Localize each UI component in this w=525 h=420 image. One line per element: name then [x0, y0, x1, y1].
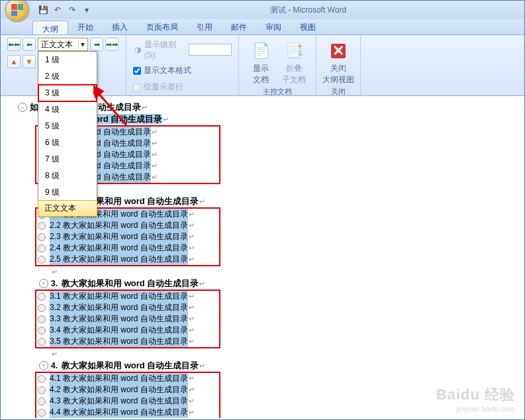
tab-视图[interactable]: 视图 [291, 19, 325, 34]
outline-text: 2.2 教大家如果和用 word 自动生成目录 [50, 220, 188, 231]
outline-text: 3.4 教大家如果和用 word 自动生成目录 [50, 325, 188, 336]
pilcrow-icon: ↵ [199, 197, 205, 206]
outline-row[interactable]: ↵ [51, 348, 520, 360]
ribbon: ⬅⬅ ⬅ 正文文本 ▾ 1 级2 级3 级4 级5 级6 级7 级8 级9 级正… [1, 35, 524, 96]
outline-row[interactable]: 3.教大家如果和用 word 自动生成目录↵ [39, 278, 520, 289]
save-icon[interactable]: 💾 [38, 5, 48, 15]
level-option[interactable]: 正文文本 [38, 200, 97, 217]
bullet-icon [38, 315, 46, 323]
outline-handle[interactable] [18, 103, 27, 112]
outline-text: 3.5 教大家如果和用 word 自动生成目录 [50, 336, 188, 347]
outline-text: 2.5 教大家如果和用 word 自动生成目录 [50, 254, 188, 265]
annotation-box: 4.1 教大家如果和用 word 自动生成目录↵4.2 教大家如果和用 word… [35, 372, 220, 418]
bullet-icon [38, 338, 46, 346]
bullet-icon [38, 256, 46, 264]
collapse-subdoc-icon: 📑 [283, 40, 305, 62]
pilcrow-icon: ↵ [199, 280, 205, 288]
tab-插入[interactable]: 插入 [103, 19, 137, 34]
outline-row[interactable]: ↵ [51, 184, 520, 195]
pilcrow-icon: ↵ [199, 362, 205, 370]
bullet-icon [38, 327, 46, 335]
level-option[interactable]: 3 级 [38, 85, 97, 101]
tab-开始[interactable]: 开始 [68, 19, 103, 34]
show-document-button[interactable]: 📄 显示 文档 [246, 38, 276, 85]
demote-body-button[interactable]: ➡➡ [105, 38, 119, 51]
outline-text: 4.1 教大家如果和用 word 自动生成目录 [50, 373, 188, 384]
pilcrow-icon: ↵ [163, 115, 169, 124]
first-line-only-checkbox[interactable]: 仅显示首行 [133, 81, 183, 93]
show-format-checkbox[interactable]: 显示文本格式 [133, 65, 191, 76]
show-level-label: 显示级别(S): [144, 39, 186, 60]
pilcrow-icon: ↵ [52, 350, 58, 358]
level-option[interactable]: 5 级 [38, 118, 97, 134]
tab-页面布局[interactable]: 页面布局 [137, 19, 187, 34]
outline-text: 2.3 教大家如果和用 word 自动生成目录 [50, 231, 188, 242]
level-option[interactable]: 6 级 [38, 134, 97, 151]
outline-text: 3.3 教大家如果和用 word 自动生成目录 [50, 313, 188, 325]
bullet-icon [38, 293, 46, 301]
pilcrow-icon: ↵ [142, 103, 148, 112]
outline-text: 2.4 教大家如果和用 word 自动生成目录 [50, 242, 188, 254]
bullet-icon [38, 233, 46, 241]
move-down-button[interactable]: ▼ [23, 55, 36, 68]
show-level-combo[interactable] [189, 44, 232, 56]
ribbon-tabs: 大纲开始插入页面布局引用邮件审阅视图 [1, 19, 524, 35]
outline-row[interactable]: ↵ [51, 266, 520, 278]
bullet-icon [38, 304, 46, 312]
tab-邮件[interactable]: 邮件 [222, 19, 256, 34]
first-line-only-label: 仅显示首行 [144, 81, 183, 93]
close-icon: ✕ [328, 40, 349, 62]
outline-text: 3.教大家如果和用 word 自动生成目录 [51, 278, 199, 289]
outline-text: 4.3 教大家如果和用 word 自动生成目录 [50, 395, 188, 407]
show-level-icon: ◑ [133, 45, 142, 54]
redo-icon[interactable]: ↷ [67, 5, 77, 15]
tab-大纲[interactable]: 大纲 [32, 21, 68, 34]
outline-handle[interactable] [39, 279, 48, 288]
demote-button[interactable]: ➡ [90, 38, 103, 51]
outline-row[interactable]: 2.教大家如果和用 word 自动生成目录↵ [39, 195, 520, 207]
bullet-icon [38, 375, 46, 383]
promote-top-button[interactable]: ⬅⬅ [7, 38, 21, 51]
level-option[interactable]: 7 级 [38, 151, 97, 168]
outline-level-combo[interactable]: 正文文本 ▾ 1 级2 级3 级4 级5 级6 级7 级8 级9 级正文文本 [38, 38, 88, 51]
first-line-only-input[interactable] [133, 83, 141, 91]
level-option[interactable]: 4 级 [38, 101, 97, 118]
quick-access-toolbar: 💾 ↶ ↷ ▾ [38, 5, 92, 15]
show-level-row: ◑ 显示级别(S): [133, 39, 232, 60]
collapse-subdoc-button[interactable]: 📑 折叠 子文档 [279, 38, 309, 85]
bullet-icon [38, 397, 46, 405]
office-logo-icon [11, 4, 23, 16]
tab-审阅[interactable]: 审阅 [256, 19, 291, 34]
bullet-icon [38, 386, 46, 394]
outline-text: 3.1 教大家如果和用 word 自动生成目录 [50, 291, 188, 302]
promote-button[interactable]: ⬅ [23, 38, 36, 51]
bullet-icon [38, 409, 46, 417]
level-option[interactable]: 9 级 [38, 184, 97, 201]
tab-引用[interactable]: 引用 [187, 19, 222, 34]
annotation-box: 3.1 教大家如果和用 word 自动生成目录↵3.2 教大家如果和用 word… [35, 289, 220, 348]
window-title: 测试 - Microsoft Word [92, 5, 524, 16]
title-bar: 💾 ↶ ↷ ▾ 测试 - Microsoft Word [1, 1, 524, 19]
level-option[interactable]: 8 级 [38, 168, 97, 184]
group-close-label: 关闭 [323, 85, 354, 98]
bullet-icon [38, 222, 46, 230]
chevron-down-icon[interactable]: ▾ [78, 40, 85, 49]
level-option[interactable]: 1 级 [38, 52, 97, 68]
qat-dropdown-icon[interactable]: ▾ [81, 5, 92, 15]
show-format-input[interactable] [133, 67, 141, 75]
outline-level-value: 正文文本 [41, 39, 73, 50]
outline-handle[interactable] [39, 361, 48, 370]
group-master-doc-label: 主控文档 [246, 85, 309, 98]
move-up-button[interactable]: ▲ [7, 55, 21, 68]
outline-text: 4.2 教大家如果和用 word 自动生成目录 [50, 384, 188, 395]
pilcrow-icon: ↵ [52, 268, 58, 276]
outline-row[interactable]: 如果和用 word 自动生成目录↵ [39, 113, 520, 125]
show-format-label: 显示文本格式 [144, 65, 191, 76]
undo-icon[interactable]: ↶ [52, 5, 63, 15]
level-option[interactable]: 2 级 [38, 68, 97, 85]
outline-row[interactable]: 4.教大家如果和用 word 自动生成目录↵ [39, 360, 520, 372]
close-outline-button[interactable]: ✕ 关闭 大纲视图 [323, 38, 354, 85]
document-icon: 📄 [250, 40, 271, 62]
outline-text: 3.2 教大家如果和用 word 自动生成目录 [50, 302, 188, 313]
outline-level-dropdown: 1 级2 级3 级4 级5 级6 级7 级8 级9 级正文文本 [38, 51, 97, 217]
